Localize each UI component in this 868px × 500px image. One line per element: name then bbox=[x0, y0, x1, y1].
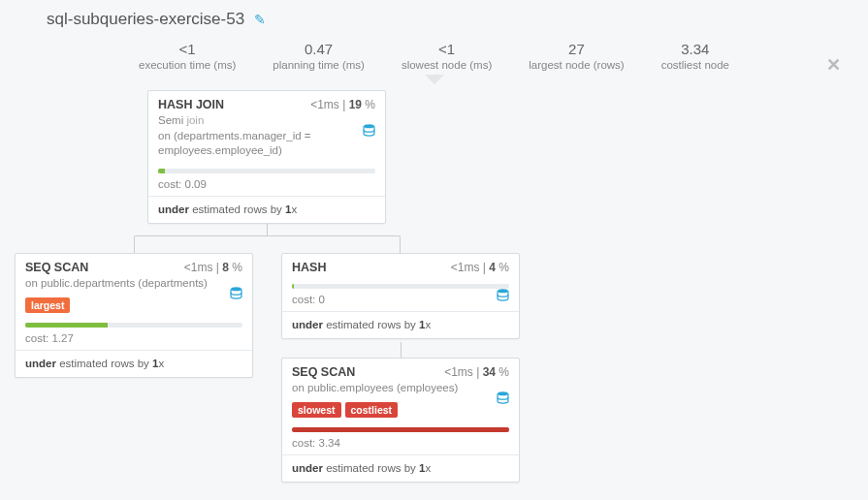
node-meta: <1ms | 34 % bbox=[444, 365, 509, 379]
cost-label: cost: 0 bbox=[282, 292, 519, 311]
node-seq-scan-employees[interactable]: SEQ SCAN <1ms | 34 % on public.employees… bbox=[281, 358, 520, 483]
plan-canvas: HASH JOIN <1ms | 19 % Semi join on (depa… bbox=[0, 82, 868, 489]
stat-execution-time: <1 execution time (ms) bbox=[139, 41, 236, 71]
database-icon bbox=[363, 124, 375, 141]
badge-largest: largest bbox=[25, 297, 70, 313]
node-meta: <1ms | 8 % bbox=[184, 261, 242, 274]
stat-value: 27 bbox=[529, 41, 624, 57]
database-icon bbox=[497, 391, 509, 408]
stat-slowest-node: <1 slowest node (ms) bbox=[402, 41, 492, 71]
stat-value: <1 bbox=[402, 41, 492, 57]
database-icon bbox=[230, 287, 242, 303]
estimate-row: under estimated rows by 1x bbox=[16, 351, 252, 377]
stat-value: <1 bbox=[139, 41, 236, 57]
stat-value: 0.47 bbox=[273, 41, 365, 57]
page-title: sql-subqueries-exercise-53 bbox=[47, 10, 244, 29]
node-op: SEQ SCAN bbox=[25, 261, 88, 274]
estimate-row: under estimated rows by 1x bbox=[148, 197, 385, 223]
node-hash[interactable]: HASH <1ms | 4 % cost: 0 under estimated … bbox=[281, 253, 520, 339]
stat-costliest-node: 3.34 costliest node bbox=[661, 41, 729, 71]
node-op: HASH JOIN bbox=[158, 98, 224, 111]
cost-label: cost: 3.34 bbox=[282, 435, 519, 454]
stats-bar: <1 execution time (ms) 0.47 planning tim… bbox=[0, 37, 868, 82]
stat-planning-time: 0.47 planning time (ms) bbox=[273, 41, 365, 71]
edit-icon[interactable]: ✎ bbox=[254, 12, 266, 27]
stat-label: execution time (ms) bbox=[139, 59, 236, 71]
stat-value: 3.34 bbox=[661, 41, 729, 57]
cost-bar bbox=[148, 165, 385, 176]
stat-label: costliest node bbox=[661, 59, 729, 71]
node-hash-join[interactable]: HASH JOIN <1ms | 19 % Semi join on (depa… bbox=[147, 90, 386, 224]
badge-slowest: slowest bbox=[292, 402, 341, 418]
node-subtitle: Semi join on (departments.manager_id = e… bbox=[148, 113, 385, 165]
stat-label: slowest node (ms) bbox=[402, 59, 492, 71]
svg-point-1 bbox=[231, 287, 241, 291]
svg-point-0 bbox=[364, 124, 374, 128]
node-meta: <1ms | 4 % bbox=[451, 261, 509, 274]
stat-label: planning time (ms) bbox=[273, 59, 365, 71]
node-seq-scan-departments[interactable]: SEQ SCAN <1ms | 8 % on public.department… bbox=[15, 253, 253, 378]
stat-label: largest node (rows) bbox=[529, 59, 624, 71]
svg-point-2 bbox=[498, 289, 508, 293]
cost-bar bbox=[282, 276, 519, 292]
node-meta: <1ms | 19 % bbox=[310, 98, 375, 111]
node-subtitle: on public.employees (employees) bbox=[282, 381, 519, 402]
badge-costliest: costliest bbox=[345, 402, 399, 418]
stat-largest-node: 27 largest node (rows) bbox=[529, 41, 624, 71]
cost-label: cost: 0.09 bbox=[148, 176, 385, 196]
connector bbox=[134, 235, 401, 255]
close-icon[interactable]: ✕ bbox=[826, 54, 841, 76]
node-op: HASH bbox=[292, 261, 326, 274]
connector bbox=[401, 342, 402, 358]
cost-bar bbox=[16, 319, 252, 330]
estimate-row: under estimated rows by 1x bbox=[282, 312, 519, 338]
estimate-row: under estimated rows by 1x bbox=[282, 455, 519, 482]
svg-point-3 bbox=[498, 391, 508, 395]
cost-label: cost: 1.27 bbox=[16, 330, 252, 350]
cost-bar bbox=[282, 423, 519, 435]
node-op: SEQ SCAN bbox=[292, 365, 355, 379]
database-icon bbox=[497, 289, 509, 305]
node-subtitle: on public.departments (departments) bbox=[16, 276, 252, 297]
